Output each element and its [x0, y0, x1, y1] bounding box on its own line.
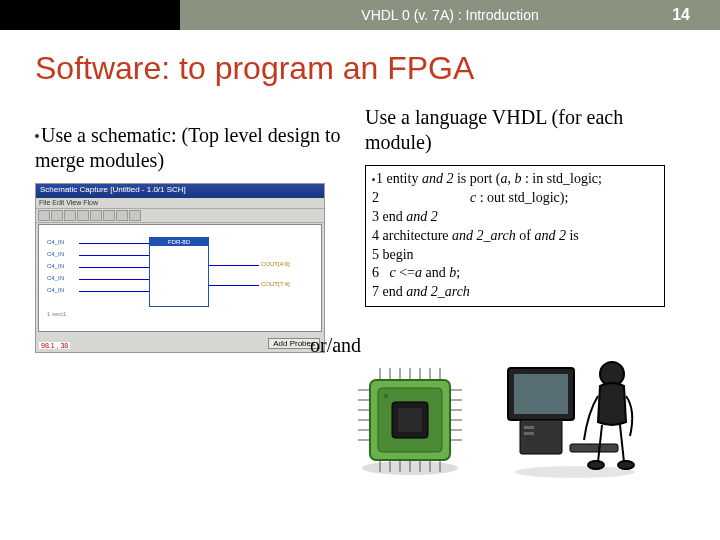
svg-point-41 [618, 461, 634, 469]
bullet-icon [372, 178, 375, 181]
schematic-titlebar: Schematic Capture [Untitled - 1.0/1 SCH] [36, 184, 324, 198]
wire [209, 265, 259, 266]
svg-rect-35 [520, 420, 562, 454]
or-and-label: or/and [310, 334, 361, 357]
left-heading-text: Use a schematic: (Top level design to me… [35, 124, 341, 171]
wire [79, 255, 149, 256]
left-heading: Use a schematic: (Top level design to me… [35, 123, 345, 173]
code-line: 6 c <=a and b; [372, 264, 656, 283]
code-line: 2 c : out std_logic); [372, 189, 656, 208]
toolbar-button [90, 210, 102, 221]
schematic-canvas: FDR-8D C4_IN C4_IN C4_IN C4_IN C4_IN COU… [38, 224, 322, 332]
right-heading: Use a language VHDL (for each module) [365, 105, 685, 155]
svg-rect-37 [524, 432, 534, 435]
header-black-block [0, 0, 180, 30]
sheet-label: 1 sect1 [47, 311, 66, 317]
svg-point-31 [384, 394, 388, 398]
io-label: C4_IN [47, 287, 64, 293]
fpga-chip-icon [350, 360, 470, 480]
schematic-block: FDR-8D [149, 237, 209, 307]
wire [79, 279, 149, 280]
wire [209, 285, 259, 286]
io-label: C4_IN [47, 239, 64, 245]
page-number: 14 [672, 6, 690, 24]
code-line: 7 end and 2_arch [372, 283, 656, 302]
wire [79, 267, 149, 268]
out-label: COUT[4:0] [261, 261, 290, 267]
code-line: 1 entity and 2 is port (a, b : in std_lo… [372, 170, 656, 189]
io-label: C4_IN [47, 263, 64, 269]
io-label: C4_IN [47, 275, 64, 281]
toolbar-button [51, 210, 63, 221]
schematic-screenshot: Schematic Capture [Untitled - 1.0/1 SCH]… [35, 183, 325, 353]
right-column: Use a language VHDL (for each module) 1 … [345, 105, 685, 353]
code-line: 5 begin [372, 246, 656, 265]
header-grey-bar: VHDL 0 (v. 7A) : Introduction 14 [180, 0, 720, 30]
code-line: 3 end and 2 [372, 208, 656, 227]
toolbar-button [64, 210, 76, 221]
out-label: COUT[7:4] [261, 281, 290, 287]
toolbar-button [77, 210, 89, 221]
toolbar-button [103, 210, 115, 221]
code-line: 4 architecture and 2_arch of and 2 is [372, 227, 656, 246]
slide-header: VHDL 0 (v. 7A) : Introduction 14 [0, 0, 720, 30]
wire [79, 243, 149, 244]
coord-readout: 98.1 , 38 [39, 342, 70, 349]
schematic-menubar: File Edit View Flow [36, 198, 324, 209]
content-area: Use a schematic: (Top level design to me… [0, 105, 720, 353]
toolbar-button [116, 210, 128, 221]
svg-point-40 [588, 461, 604, 469]
svg-rect-34 [514, 374, 568, 414]
block-title: FDR-8D [150, 238, 208, 246]
toolbar-button [129, 210, 141, 221]
left-column: Use a schematic: (Top level design to me… [35, 105, 345, 353]
breadcrumb: VHDL 0 (v. 7A) : Introduction [361, 7, 538, 23]
svg-rect-36 [524, 426, 534, 429]
wire [79, 291, 149, 292]
computer-user-icon [500, 350, 650, 480]
toolbar-button [38, 210, 50, 221]
io-label: C4_IN [47, 251, 64, 257]
schematic-toolbar [36, 209, 324, 223]
svg-point-32 [515, 466, 635, 478]
svg-rect-30 [398, 408, 422, 432]
bullet-icon [35, 134, 39, 138]
vhdl-code-box: 1 entity and 2 is port (a, b : in std_lo… [365, 165, 665, 307]
svg-rect-38 [570, 444, 618, 452]
slide-title: Software: to program an FPGA [35, 50, 720, 87]
